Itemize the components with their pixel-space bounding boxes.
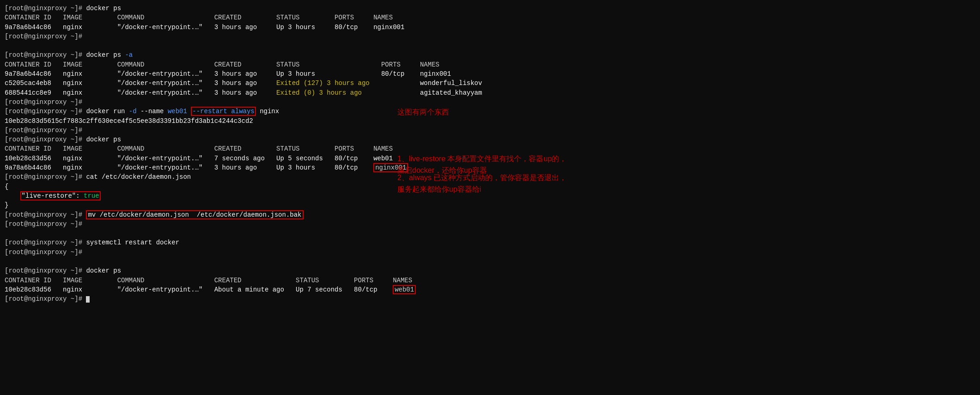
line-row-1: 9a78a6b44c86 nginx "/docker-entrypoint.…… bbox=[5, 23, 975, 32]
line-cmd-4: [root@nginxproxy ~]# docker ps bbox=[5, 266, 975, 275]
section-docker-ps-a: [root@nginxproxy ~]# docker ps -a CONTAI… bbox=[5, 50, 975, 107]
line-row-2a: 9a78a6b44c86 nginx "/docker-entrypoint.…… bbox=[5, 69, 975, 79]
line-blank-2 bbox=[5, 229, 975, 238]
line-prompt-3: [root@nginxproxy ~]# bbox=[5, 97, 975, 107]
line-cmd-1: [root@nginxproxy ~]# docker ps bbox=[5, 4, 975, 13]
section-docker-ps-3: [root@nginxproxy ~]# docker ps CONTAINER… bbox=[5, 266, 975, 304]
line-blank-1 bbox=[5, 41, 975, 50]
line-header-4: CONTAINER ID IMAGE COMMAND CREATED STATU… bbox=[5, 276, 975, 285]
section-docker-run: [root@nginxproxy ~]# docker run -d --nam… bbox=[5, 107, 975, 135]
annotation-always-title: 2、always 已这种方式启动的，管你容器是否退出， bbox=[397, 172, 566, 183]
section-docker-ps-2: [root@nginxproxy ~]# docker ps CONTAINER… bbox=[5, 135, 975, 172]
line-header-3: CONTAINER ID IMAGE COMMAND CREATED STATU… bbox=[5, 144, 975, 153]
line-blank-3 bbox=[5, 257, 975, 266]
section-systemctl: [root@nginxproxy ~]# systemctl restart d… bbox=[5, 238, 975, 266]
section-mv: [root@nginxproxy ~]# mv /etc/docker/daem… bbox=[5, 210, 975, 238]
line-live-restore: "live-restore": true bbox=[5, 191, 975, 201]
line-prompt-2: [root@nginxproxy ~]# bbox=[5, 32, 975, 41]
line-cmd-mv: [root@nginxproxy ~]# mv /etc/docker/daem… bbox=[5, 210, 975, 219]
line-cmd-run: [root@nginxproxy ~]# docker run -d --nam… bbox=[5, 107, 975, 116]
annotation-two-things: 这图有两个东西 bbox=[397, 107, 449, 117]
line-prompt-5: [root@nginxproxy ~]# bbox=[5, 219, 975, 229]
section-cat-daemon: [root@nginxproxy ~]# cat /etc/docker/dae… bbox=[5, 172, 975, 210]
line-header-1: CONTAINER ID IMAGE COMMAND CREATED STATU… bbox=[5, 13, 975, 22]
line-cmd-systemctl: [root@nginxproxy ~]# systemctl restart d… bbox=[5, 238, 975, 247]
line-row-2c: 6885441cc8e9 nginx "/docker-entrypoint.…… bbox=[5, 88, 975, 97]
line-prompt-4: [root@nginxproxy ~]# bbox=[5, 126, 975, 135]
line-row-2b: c5205cac4eb8 nginx "/docker-entrypoint.…… bbox=[5, 79, 975, 88]
line-prompt-final: [root@nginxproxy ~]# bbox=[5, 294, 975, 304]
line-prompt-6: [root@nginxproxy ~]# bbox=[5, 248, 975, 257]
annotation-always-desc: 服务起来都给你up容器给i bbox=[397, 184, 481, 194]
line-row-3b: 9a78a6b44c86 nginx "/docker-entrypoint.…… bbox=[5, 163, 975, 172]
section-docker-ps-1: [root@nginxproxy ~]# docker ps CONTAINER… bbox=[5, 4, 975, 50]
cursor bbox=[86, 296, 90, 303]
line-brace-close: } bbox=[5, 201, 975, 210]
terminal: [root@nginxproxy ~]# docker ps CONTAINER… bbox=[5, 4, 975, 304]
line-brace-open: { bbox=[5, 182, 975, 191]
line-cmd-3: [root@nginxproxy ~]# docker ps bbox=[5, 135, 975, 144]
annotation-live-restore-title: 1、live-restore 本身配置文件里有找个，容器up的， bbox=[397, 153, 566, 164]
line-header-2: CONTAINER ID IMAGE COMMAND CREATED STATU… bbox=[5, 60, 975, 69]
line-cmd-2: [root@nginxproxy ~]# docker ps -a bbox=[5, 50, 975, 60]
line-row-4a: 10eb28c83d56 nginx "/docker-entrypoint.…… bbox=[5, 285, 975, 294]
line-hash: 10eb28c83d5615cf7883c2ff630ece4f5c5ee38d… bbox=[5, 116, 975, 126]
